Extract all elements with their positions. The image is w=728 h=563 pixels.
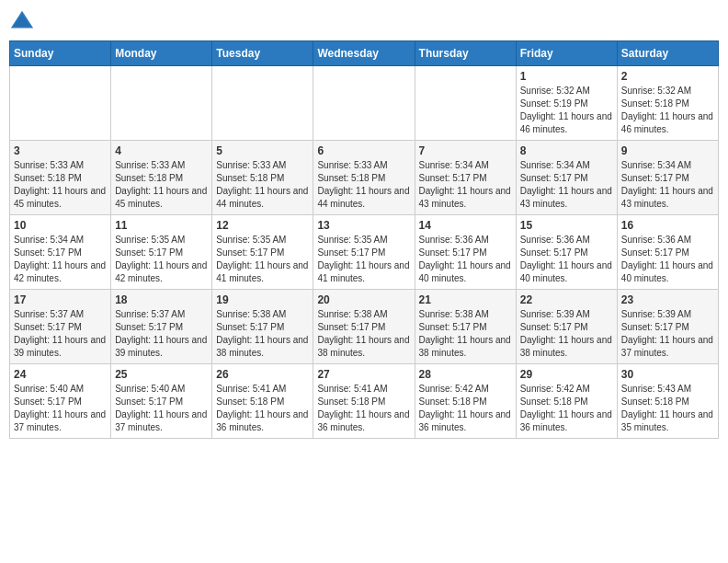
weekday-header: Friday <box>516 41 617 66</box>
day-number: 7 <box>419 144 512 157</box>
day-info: Sunrise: 5:33 AM Sunset: 5:18 PM Dayligh… <box>216 159 309 211</box>
calendar-week-row: 10Sunrise: 5:34 AM Sunset: 5:17 PM Dayli… <box>10 215 719 290</box>
day-number: 26 <box>216 368 309 381</box>
day-info: Sunrise: 5:32 AM Sunset: 5:18 PM Dayligh… <box>621 85 714 136</box>
day-number: 21 <box>419 293 512 306</box>
day-number: 8 <box>520 144 613 157</box>
day-number: 15 <box>520 219 613 232</box>
day-info: Sunrise: 5:36 AM Sunset: 5:17 PM Dayligh… <box>520 234 613 285</box>
calendar-cell: 10Sunrise: 5:34 AM Sunset: 5:17 PM Dayli… <box>10 215 111 290</box>
calendar-cell: 1Sunrise: 5:32 AM Sunset: 5:19 PM Daylig… <box>516 66 617 141</box>
calendar-cell: 5Sunrise: 5:33 AM Sunset: 5:18 PM Daylig… <box>212 141 313 215</box>
day-number: 22 <box>520 293 613 306</box>
calendar-cell: 4Sunrise: 5:33 AM Sunset: 5:18 PM Daylig… <box>111 141 212 215</box>
day-info: Sunrise: 5:36 AM Sunset: 5:17 PM Dayligh… <box>419 234 512 285</box>
weekday-header: Thursday <box>415 41 516 66</box>
calendar-week-row: 24Sunrise: 5:40 AM Sunset: 5:17 PM Dayli… <box>10 364 719 439</box>
calendar-cell: 12Sunrise: 5:35 AM Sunset: 5:17 PM Dayli… <box>212 215 313 290</box>
day-info: Sunrise: 5:32 AM Sunset: 5:19 PM Dayligh… <box>520 85 613 136</box>
day-info: Sunrise: 5:42 AM Sunset: 5:18 PM Dayligh… <box>419 383 512 434</box>
day-info: Sunrise: 5:39 AM Sunset: 5:17 PM Dayligh… <box>621 308 714 360</box>
calendar-week-row: 1Sunrise: 5:32 AM Sunset: 5:19 PM Daylig… <box>10 66 719 141</box>
calendar-cell: 3Sunrise: 5:33 AM Sunset: 5:18 PM Daylig… <box>10 141 111 215</box>
day-number: 3 <box>14 144 107 157</box>
calendar-cell: 19Sunrise: 5:38 AM Sunset: 5:17 PM Dayli… <box>212 290 313 364</box>
calendar-cell: 18Sunrise: 5:37 AM Sunset: 5:17 PM Dayli… <box>111 290 212 364</box>
calendar-cell: 2Sunrise: 5:32 AM Sunset: 5:18 PM Daylig… <box>617 66 718 141</box>
calendar-cell: 11Sunrise: 5:35 AM Sunset: 5:17 PM Dayli… <box>111 215 212 290</box>
weekday-header: Monday <box>111 41 212 66</box>
day-info: Sunrise: 5:39 AM Sunset: 5:17 PM Dayligh… <box>520 308 613 360</box>
day-number: 20 <box>317 293 410 306</box>
calendar-cell: 17Sunrise: 5:37 AM Sunset: 5:17 PM Dayli… <box>10 290 111 364</box>
calendar-cell <box>10 66 111 141</box>
calendar-cell <box>415 66 516 141</box>
day-info: Sunrise: 5:43 AM Sunset: 5:18 PM Dayligh… <box>621 383 714 434</box>
calendar-cell: 24Sunrise: 5:40 AM Sunset: 5:17 PM Dayli… <box>10 364 111 439</box>
day-number: 28 <box>419 368 512 381</box>
calendar-body: 1Sunrise: 5:32 AM Sunset: 5:19 PM Daylig… <box>10 66 719 439</box>
weekday-header: Tuesday <box>212 41 313 66</box>
day-info: Sunrise: 5:38 AM Sunset: 5:17 PM Dayligh… <box>216 308 309 360</box>
day-number: 27 <box>317 368 410 381</box>
calendar-cell <box>111 66 212 141</box>
calendar-cell: 25Sunrise: 5:40 AM Sunset: 5:17 PM Dayli… <box>111 364 212 439</box>
calendar-cell: 6Sunrise: 5:33 AM Sunset: 5:18 PM Daylig… <box>313 141 415 215</box>
day-number: 18 <box>115 293 208 306</box>
page-header <box>9 9 719 35</box>
calendar-cell <box>313 66 415 141</box>
calendar-cell: 22Sunrise: 5:39 AM Sunset: 5:17 PM Dayli… <box>516 290 617 364</box>
calendar-cell: 13Sunrise: 5:35 AM Sunset: 5:17 PM Dayli… <box>313 215 415 290</box>
day-info: Sunrise: 5:35 AM Sunset: 5:17 PM Dayligh… <box>115 234 208 285</box>
calendar-cell: 26Sunrise: 5:41 AM Sunset: 5:18 PM Dayli… <box>212 364 313 439</box>
calendar-cell: 23Sunrise: 5:39 AM Sunset: 5:17 PM Dayli… <box>617 290 718 364</box>
day-info: Sunrise: 5:34 AM Sunset: 5:17 PM Dayligh… <box>621 159 714 211</box>
weekday-header: Saturday <box>617 41 718 66</box>
day-number: 6 <box>317 144 410 157</box>
day-info: Sunrise: 5:35 AM Sunset: 5:17 PM Dayligh… <box>216 234 309 285</box>
calendar-cell: 29Sunrise: 5:42 AM Sunset: 5:18 PM Dayli… <box>516 364 617 439</box>
day-info: Sunrise: 5:37 AM Sunset: 5:17 PM Dayligh… <box>115 308 208 360</box>
calendar-cell: 15Sunrise: 5:36 AM Sunset: 5:17 PM Dayli… <box>516 215 617 290</box>
calendar-cell: 8Sunrise: 5:34 AM Sunset: 5:17 PM Daylig… <box>516 141 617 215</box>
day-number: 1 <box>520 70 613 83</box>
day-number: 25 <box>115 368 208 381</box>
calendar-cell: 30Sunrise: 5:43 AM Sunset: 5:18 PM Dayli… <box>617 364 718 439</box>
day-number: 19 <box>216 293 309 306</box>
calendar-cell: 28Sunrise: 5:42 AM Sunset: 5:18 PM Dayli… <box>415 364 516 439</box>
day-number: 10 <box>14 219 107 232</box>
day-number: 12 <box>216 219 309 232</box>
calendar-cell: 16Sunrise: 5:36 AM Sunset: 5:17 PM Dayli… <box>617 215 718 290</box>
calendar-week-row: 3Sunrise: 5:33 AM Sunset: 5:18 PM Daylig… <box>10 141 719 215</box>
day-info: Sunrise: 5:40 AM Sunset: 5:17 PM Dayligh… <box>14 383 107 434</box>
day-number: 11 <box>115 219 208 232</box>
calendar-header: SundayMondayTuesdayWednesdayThursdayFrid… <box>10 41 719 66</box>
calendar-cell: 14Sunrise: 5:36 AM Sunset: 5:17 PM Dayli… <box>415 215 516 290</box>
day-number: 17 <box>14 293 107 306</box>
day-info: Sunrise: 5:33 AM Sunset: 5:18 PM Dayligh… <box>317 159 410 211</box>
day-number: 4 <box>115 144 208 157</box>
logo-icon <box>9 9 35 35</box>
day-info: Sunrise: 5:33 AM Sunset: 5:18 PM Dayligh… <box>115 159 208 211</box>
day-info: Sunrise: 5:35 AM Sunset: 5:17 PM Dayligh… <box>317 234 410 285</box>
day-number: 5 <box>216 144 309 157</box>
day-info: Sunrise: 5:41 AM Sunset: 5:18 PM Dayligh… <box>216 383 309 434</box>
day-info: Sunrise: 5:38 AM Sunset: 5:17 PM Dayligh… <box>317 308 410 360</box>
day-info: Sunrise: 5:34 AM Sunset: 5:17 PM Dayligh… <box>14 234 107 285</box>
day-info: Sunrise: 5:40 AM Sunset: 5:17 PM Dayligh… <box>115 383 208 434</box>
day-number: 30 <box>621 368 714 381</box>
weekday-row: SundayMondayTuesdayWednesdayThursdayFrid… <box>10 41 719 66</box>
day-info: Sunrise: 5:34 AM Sunset: 5:17 PM Dayligh… <box>419 159 512 211</box>
day-number: 14 <box>419 219 512 232</box>
day-number: 24 <box>14 368 107 381</box>
day-info: Sunrise: 5:42 AM Sunset: 5:18 PM Dayligh… <box>520 383 613 434</box>
day-info: Sunrise: 5:34 AM Sunset: 5:17 PM Dayligh… <box>520 159 613 211</box>
day-number: 23 <box>621 293 714 306</box>
calendar-cell: 7Sunrise: 5:34 AM Sunset: 5:17 PM Daylig… <box>415 141 516 215</box>
weekday-header: Sunday <box>10 41 111 66</box>
day-info: Sunrise: 5:33 AM Sunset: 5:18 PM Dayligh… <box>14 159 107 211</box>
day-number: 2 <box>621 70 714 83</box>
day-info: Sunrise: 5:37 AM Sunset: 5:17 PM Dayligh… <box>14 308 107 360</box>
day-number: 29 <box>520 368 613 381</box>
calendar-cell: 27Sunrise: 5:41 AM Sunset: 5:18 PM Dayli… <box>313 364 415 439</box>
